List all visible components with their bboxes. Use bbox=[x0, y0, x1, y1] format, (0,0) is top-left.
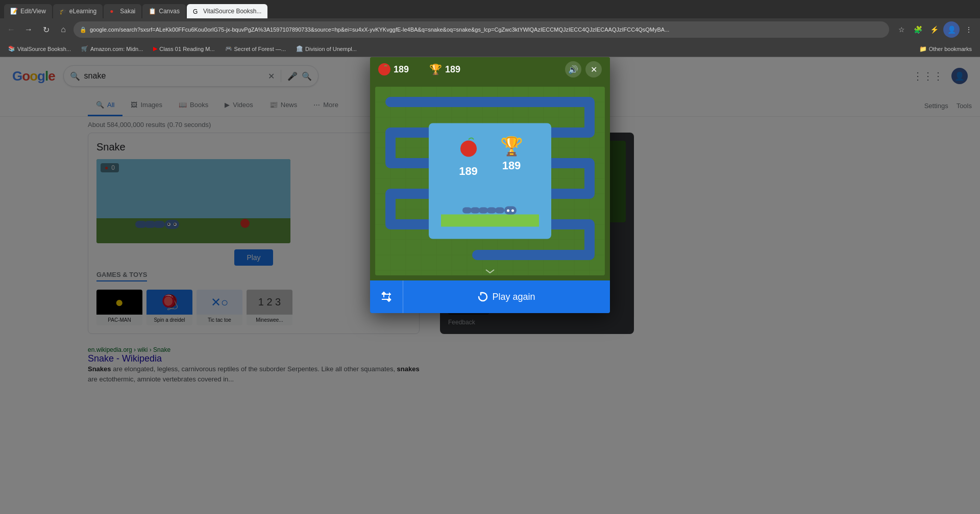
high-score-value: 189 bbox=[445, 64, 460, 75]
tab-elearning[interactable]: 🎓 eLearning bbox=[53, 4, 103, 18]
high-score-inner: 🏆 189 bbox=[429, 63, 460, 75]
go-ground bbox=[441, 215, 539, 227]
tab-google[interactable]: G VitalSource Booksh... bbox=[187, 4, 268, 18]
go-seg-5 bbox=[495, 208, 504, 214]
sync-button[interactable]: ⚡ bbox=[927, 22, 941, 37]
go-score-number: 189 bbox=[459, 165, 478, 178]
star-button[interactable]: ☆ bbox=[894, 22, 909, 37]
apple-svg bbox=[380, 65, 389, 74]
shuffle-button[interactable] bbox=[370, 280, 403, 313]
high-score-display: 🏆 189 bbox=[429, 63, 460, 75]
tab-sakai[interactable]: ● Sakai bbox=[104, 4, 141, 18]
tab-bar: 📝 Edit/View 🎓 eLearning ● Sakai 📋 Canvas… bbox=[0, 0, 980, 18]
bookmark-other[interactable]: 📁 Other bookmarks bbox=[915, 43, 976, 55]
chevron-down-icon bbox=[485, 269, 495, 274]
snake-game-modal: 189 🏆 189 🔊 ✕ bbox=[370, 57, 610, 313]
tab-favicon-google: G bbox=[193, 8, 200, 15]
tab-favicon-elearning: 🎓 bbox=[59, 8, 66, 15]
play-again-button[interactable]: Play again bbox=[403, 280, 610, 313]
go-apple-svg bbox=[457, 136, 480, 158]
bookmark-amazon[interactable]: 🛒 Amazon.com: Midn... bbox=[77, 43, 147, 55]
lock-icon: 🔒 bbox=[80, 27, 87, 33]
bookmark-favicon-secret: 🎮 bbox=[225, 45, 232, 52]
apple-score-icon bbox=[378, 63, 390, 75]
bookmark-vitalsource[interactable]: 📚 VitalSource Booksh... bbox=[4, 43, 75, 55]
refresh-icon bbox=[478, 292, 488, 302]
close-button[interactable]: ✕ bbox=[585, 61, 602, 78]
forward-button[interactable]: → bbox=[21, 22, 36, 37]
go-eye-right bbox=[511, 209, 514, 212]
profile-button[interactable]: 👤 bbox=[943, 21, 960, 38]
game-over-scores: 189 🏆 189 bbox=[457, 136, 523, 178]
current-score-display: 189 bbox=[378, 63, 409, 75]
browser-chrome: 📝 Edit/View 🎓 eLearning ● Sakai 📋 Canvas… bbox=[0, 0, 980, 57]
go-trophy-icon: 🏆 bbox=[500, 136, 523, 157]
go-high-score: 🏆 189 bbox=[500, 136, 523, 178]
address-bar-row: ← → ↻ ⌂ 🔒 google.com/search?sxsrf=ALeKk0… bbox=[0, 18, 980, 41]
bookmark-favicon-class01: ▶ bbox=[153, 45, 157, 52]
browser-actions: ☆ 🧩 ⚡ 👤 ⋮ bbox=[894, 21, 976, 38]
scroll-indicator bbox=[485, 268, 495, 275]
reload-button[interactable]: ↻ bbox=[39, 22, 53, 37]
modal-bottom-buttons: Play again bbox=[370, 280, 610, 313]
tab-edit-view[interactable]: 📝 Edit/View bbox=[4, 4, 52, 18]
tab-favicon-canvas: 📋 bbox=[149, 8, 156, 15]
go-high-score-number: 189 bbox=[502, 159, 521, 172]
bookmark-secret[interactable]: 🎮 Secret of Forest —... bbox=[221, 43, 290, 55]
go-eye-left bbox=[507, 209, 509, 212]
close-icon: ✕ bbox=[591, 65, 597, 74]
modal-controls: 🔊 ✕ bbox=[565, 61, 602, 78]
url-text: google.com/search?sxsrf=ALeKk00FFcu6Kou0… bbox=[90, 27, 669, 33]
go-snake-area bbox=[441, 186, 539, 227]
sound-icon: 🔊 bbox=[568, 65, 578, 74]
bookmarks-bar: 📚 VitalSource Booksh... 🛒 Amazon.com: Mi… bbox=[0, 41, 980, 57]
svg-text:G: G bbox=[193, 8, 198, 15]
tab-canvas[interactable]: 📋 Canvas bbox=[142, 4, 186, 18]
current-score-value: 189 bbox=[394, 64, 409, 75]
back-button[interactable]: ← bbox=[4, 22, 18, 37]
bookmark-favicon-vitalsource: 📚 bbox=[8, 45, 15, 52]
game-over-card: 189 🏆 189 bbox=[429, 123, 551, 239]
folder-icon: 📁 bbox=[919, 45, 927, 53]
address-bar[interactable]: 🔒 google.com/search?sxsrf=ALeKk00FFcu6Ko… bbox=[74, 21, 889, 38]
play-again-label: Play again bbox=[492, 292, 535, 302]
home-button[interactable]: ⌂ bbox=[56, 22, 70, 37]
menu-button[interactable]: ⋮ bbox=[962, 22, 976, 37]
go-snake-body bbox=[463, 207, 517, 215]
tab-favicon-sakai: ● bbox=[110, 8, 117, 15]
extensions-button[interactable]: 🧩 bbox=[911, 22, 925, 37]
game-canvas: 189 🏆 189 bbox=[370, 82, 610, 280]
bookmark-class01[interactable]: ▶ Class 01 Reading M... bbox=[149, 43, 218, 55]
sound-button[interactable]: 🔊 bbox=[565, 61, 581, 78]
modal-header: 189 🏆 189 🔊 ✕ bbox=[370, 57, 610, 82]
bookmark-favicon-amazon: 🛒 bbox=[81, 45, 88, 52]
shuffle-icon bbox=[380, 291, 393, 303]
go-apple-icon bbox=[457, 136, 480, 163]
trophy-icon: 🏆 bbox=[429, 63, 442, 75]
bookmark-favicon-division: 🏛️ bbox=[296, 45, 303, 52]
go-snake-head bbox=[504, 207, 517, 215]
bookmark-division[interactable]: 🏛️ Division of Unempl... bbox=[292, 43, 361, 55]
tab-favicon-edit: 📝 bbox=[10, 8, 17, 15]
go-current-score: 189 bbox=[457, 136, 480, 178]
page-content: Google 🔍 snake ✕ 🎤 🔍 ⋮⋮⋮ 👤 🔍 All � bbox=[0, 57, 980, 514]
svg-point-20 bbox=[460, 141, 477, 157]
svg-point-16 bbox=[381, 66, 388, 73]
